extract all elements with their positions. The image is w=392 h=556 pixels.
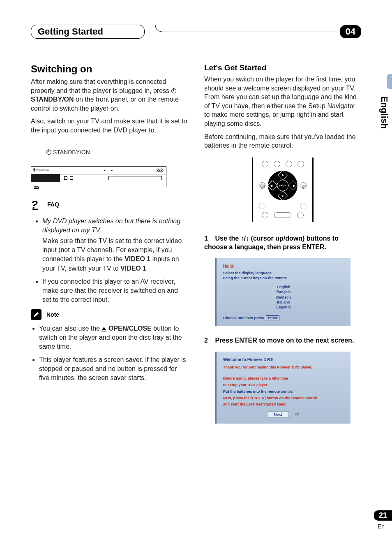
osd-language-option: Deutsch — [223, 295, 344, 300]
note-item: This player features a screen saver. If … — [39, 355, 188, 382]
osd-language-screen: Hello! Select the display language using… — [215, 258, 350, 326]
faq-question: My DVD player switches on but there is n… — [42, 218, 180, 234]
osd-language-option: français — [223, 290, 344, 294]
step-1-instruction: 1 Use the ↑/↓ (cursor up/down) buttons t… — [204, 234, 361, 252]
text-fragment: Choose one then press — [223, 316, 264, 320]
note-heading: Note — [31, 309, 188, 320]
text-fragment: You can also use the — [39, 325, 101, 332]
osd2-line: and start the Let's Get Started Menu — [223, 402, 344, 407]
osd2-line: to setup your DVD player — [223, 383, 344, 388]
osd2-line: Before using, please take a little time — [223, 376, 344, 381]
power-icon — [46, 150, 51, 155]
faq-item: My DVD player switches on but there is n… — [42, 217, 188, 273]
osd2-line: Thank you for purchasing this Pioneer DV… — [223, 365, 344, 370]
chapter-header: Getting Started 04 — [31, 25, 361, 39]
language-side-tab: English — [376, 95, 392, 153]
osd2-line: Put the batteries into the remote contro… — [223, 389, 344, 394]
video1-label: VIDEO 1 — [125, 255, 150, 262]
note-item: You can also use the OPEN/CLOSE button t… — [39, 324, 188, 351]
remote-leaf-icon — [300, 182, 307, 189]
remote-button-icon — [274, 161, 280, 167]
cursor-up-down-icon: ↑/↓ — [241, 235, 249, 242]
osd2-line: Next, press the [ENTER] button on the re… — [223, 396, 344, 401]
faq-label: FAQ — [47, 201, 59, 208]
switching-on-paragraph-1: After making sure that everything is con… — [31, 77, 188, 113]
section-heading-switching-on: Switching on — [31, 63, 188, 75]
osd2-title: Welcome to Pioneer DVD! — [223, 357, 344, 362]
note-list: You can also use the OPEN/CLOSE button t… — [31, 324, 188, 382]
text-fragment: . — [148, 265, 150, 272]
video1-label: VIDEO 1 — [120, 265, 146, 272]
open-close-label: OPEN/CLOSE — [108, 325, 152, 332]
page-number-badge: 21 — [374, 510, 392, 521]
remote-button-icon — [297, 161, 304, 167]
dpad-enter-button: ENTER — [277, 180, 288, 191]
chapter-number-badge: 04 — [340, 25, 361, 38]
front-panel-diagram: STANDBY/ON STANDBY/ON ◄ ► DVD — [31, 141, 188, 187]
osd-language-option: Italiano — [223, 300, 344, 305]
remote-button-icon — [262, 161, 268, 167]
text-fragment: After making sure that everything is con… — [31, 78, 171, 94]
osd-enter-keycap: Enter — [266, 315, 279, 320]
svg-point-2 — [262, 185, 263, 187]
osd-language-list: English français Deutsch Italiano Españo… — [223, 285, 344, 310]
panel-tiny-label: STANDBY/ON — [36, 169, 49, 171]
svg-point-1 — [261, 184, 265, 188]
chapter-title-pill: Getting Started — [31, 25, 145, 39]
osd-footer: Choose one then press Enter — [223, 315, 344, 320]
faq-list: My DVD player switches on but there is n… — [31, 217, 188, 304]
standby-on-label: STANDBY/ON — [31, 96, 74, 103]
header-divider — [161, 26, 336, 37]
section-heading-lets-get-started: Let's Get Started — [204, 63, 361, 72]
remote-button-icon — [286, 161, 292, 167]
remote-spiral-icon — [259, 182, 265, 189]
osd-next-button: Next — [267, 411, 289, 418]
remote-dpad: ▲▼ ◀▶ ENTER — [268, 171, 297, 200]
remote-pill-button-icon — [274, 212, 291, 218]
osd-language-option: Español — [223, 305, 344, 310]
remote-control-diagram: ▲▼ ◀▶ ENTER — [204, 158, 361, 222]
step-2-instruction: 2 Press ENTER to move on to the next scr… — [204, 336, 361, 345]
osd-subtitle-line: using the cursor keys on the remote — [223, 276, 344, 281]
lets-get-started-paragraph-2: Before continuing, make sure that you've… — [204, 132, 361, 150]
lets-get-started-paragraph-1: When you switch on the player for the fi… — [204, 75, 361, 128]
eject-icon — [101, 327, 106, 330]
chapter-title: Getting Started — [38, 26, 103, 37]
step-number: 2 — [204, 336, 213, 345]
remote-button-icon — [259, 203, 265, 209]
osd-language-option: English — [223, 285, 344, 290]
faq-item: If you connected this player to an AV re… — [42, 277, 188, 304]
remote-button-icon — [262, 212, 268, 218]
hand-pointer-icon: ☞ — [295, 411, 300, 418]
faq-heading: ? FAQ — [31, 198, 188, 211]
panel-rw-label: RW — [31, 185, 39, 189]
page-language-abbrev: En — [378, 523, 385, 530]
pencil-icon — [31, 309, 42, 320]
osd-hello: Hello! — [223, 264, 344, 269]
power-icon — [171, 88, 176, 93]
remote-button-icon — [297, 212, 304, 218]
side-tab-accent — [387, 74, 392, 89]
note-label: Note — [46, 311, 59, 318]
question-mark-icon: ? — [31, 198, 43, 211]
power-icon — [33, 169, 35, 171]
osd-welcome-screen: Welcome to Pioneer DVD! Thank you for pu… — [215, 352, 350, 424]
text-fragment: Use the — [215, 235, 240, 242]
osd-subtitle-line: Select the display language — [223, 271, 344, 276]
panel-standby-label: STANDBY/ON — [53, 149, 90, 155]
faq-answer: Make sure that the TV is set to the corr… — [42, 236, 188, 273]
text-fragment: Press ENTER to move on to the next scree… — [215, 337, 354, 344]
switching-on-paragraph-2: Also, switch on your TV and make sure th… — [31, 117, 188, 134]
panel-dvd-label: DVD — [157, 167, 166, 174]
remote-button-icon — [300, 203, 307, 209]
step-number: 1 — [204, 234, 213, 243]
